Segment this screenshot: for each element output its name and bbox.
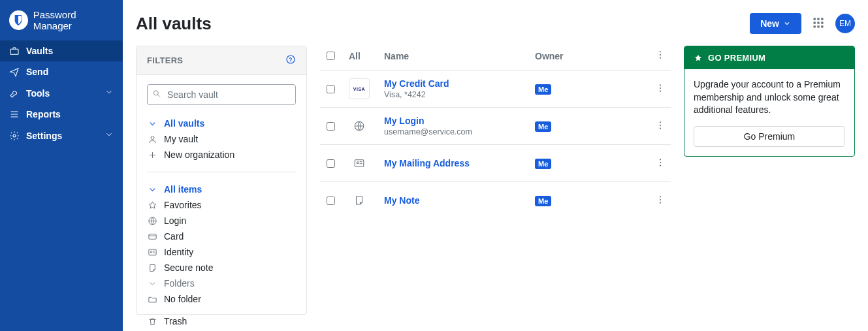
- filter-secure-note[interactable]: Secure note: [147, 260, 296, 276]
- filter-trash[interactable]: Trash: [147, 313, 296, 329]
- apps-grid-icon[interactable]: [812, 16, 825, 31]
- svg-point-12: [290, 61, 291, 62]
- filter-no-folder[interactable]: No folder: [147, 291, 296, 307]
- item-title[interactable]: My Login: [384, 116, 535, 126]
- chevron-down-icon: [147, 279, 157, 289]
- svg-rect-5: [814, 22, 816, 24]
- main-content: All vaults New EM FILTERS: [123, 0, 868, 331]
- sidebar-item-tools[interactable]: Tools: [0, 82, 123, 104]
- filter-divider: [147, 172, 296, 172]
- filter-all-vaults[interactable]: All vaults: [147, 116, 296, 131]
- select-all-checkbox[interactable]: [327, 52, 335, 60]
- svg-point-33: [660, 165, 661, 166]
- col-header-name[interactable]: Name: [384, 51, 535, 61]
- nav-label: Reports: [26, 109, 61, 119]
- wrench-icon: [9, 88, 20, 99]
- help-icon[interactable]: [285, 54, 296, 67]
- svg-rect-10: [821, 25, 823, 27]
- premium-card: GO PREMIUM Upgrade your account to a Pre…: [684, 46, 855, 157]
- avatar[interactable]: EM: [835, 14, 855, 33]
- row-checkbox[interactable]: [327, 122, 335, 131]
- row-checkbox[interactable]: [327, 159, 335, 168]
- svg-point-31: [660, 159, 661, 160]
- id-card-icon: [349, 153, 370, 174]
- col-header-all[interactable]: All: [349, 51, 384, 61]
- svg-point-11: [287, 55, 295, 63]
- reports-icon: [9, 109, 20, 119]
- svg-point-32: [660, 161, 661, 163]
- svg-rect-3: [817, 18, 819, 20]
- col-header-owner[interactable]: Owner: [535, 51, 652, 61]
- app-name: Password Manager: [33, 9, 114, 31]
- globe-icon: [349, 116, 370, 136]
- search-wrap: [147, 84, 296, 105]
- globe-icon: [147, 216, 157, 226]
- svg-point-20: [660, 54, 661, 55]
- more-icon[interactable]: [655, 83, 666, 95]
- svg-point-19: [660, 51, 661, 52]
- more-icon[interactable]: [655, 195, 666, 207]
- nav-label: Send: [26, 67, 48, 77]
- svg-point-21: [660, 57, 661, 59]
- sidebar-item-send[interactable]: Send: [0, 61, 123, 82]
- sidebar-item-settings[interactable]: Settings: [0, 125, 123, 146]
- item-title[interactable]: My Mailing Address: [384, 158, 535, 168]
- gear-icon: [9, 131, 20, 141]
- svg-rect-2: [814, 18, 816, 20]
- more-icon[interactable]: [655, 157, 666, 170]
- premium-body: Upgrade your account to a Premium member…: [684, 69, 854, 156]
- sidebar-item-vaults[interactable]: Vaults: [0, 40, 123, 61]
- svg-rect-9: [817, 25, 819, 27]
- svg-rect-4: [821, 18, 823, 20]
- svg-rect-29: [355, 160, 364, 167]
- filter-my-vault[interactable]: My vault: [147, 131, 296, 147]
- filter-identity[interactable]: Identity: [147, 244, 296, 260]
- topbar-actions: New EM: [750, 13, 855, 34]
- chevron-down-icon: [783, 20, 791, 27]
- sidebar: Password Manager Vaults Send Tools Repor…: [0, 0, 123, 331]
- brand[interactable]: Password Manager: [0, 0, 123, 40]
- filters-header: FILTERS: [137, 46, 306, 75]
- row-checkbox[interactable]: [327, 197, 335, 205]
- owner-badge: Me: [535, 121, 551, 132]
- svg-point-22: [660, 84, 661, 86]
- filter-favorites[interactable]: Favorites: [147, 197, 296, 213]
- filter-all-items[interactable]: All items: [147, 181, 296, 197]
- filter-card[interactable]: Card: [147, 229, 296, 244]
- new-button[interactable]: New: [750, 13, 801, 34]
- sidebar-item-reports[interactable]: Reports: [0, 104, 123, 125]
- svg-point-24: [660, 90, 661, 91]
- vault-row: My Mailing Address Me: [320, 144, 671, 181]
- filter-login[interactable]: Login: [147, 213, 296, 229]
- note-icon: [147, 263, 157, 273]
- avatar-initials: EM: [839, 19, 851, 28]
- item-title[interactable]: My Credit Card: [384, 78, 535, 89]
- send-icon: [9, 67, 20, 77]
- topbar: All vaults New EM: [136, 7, 855, 46]
- svg-rect-17: [148, 249, 155, 255]
- owner-badge: Me: [535, 159, 551, 169]
- filter-folders-header[interactable]: Folders: [147, 276, 296, 291]
- item-title[interactable]: My Note: [384, 195, 535, 206]
- row-checkbox[interactable]: [327, 85, 335, 93]
- star-icon: [147, 200, 157, 210]
- svg-point-14: [151, 136, 154, 139]
- svg-point-35: [660, 198, 661, 200]
- vault-list: All Name Owner VISA My Credit Card Visa,…: [320, 46, 671, 331]
- more-icon[interactable]: [655, 120, 666, 133]
- user-icon: [147, 134, 157, 144]
- premium-header: GO PREMIUM: [684, 46, 854, 69]
- filter-new-org[interactable]: New organization: [147, 147, 296, 163]
- search-input[interactable]: [147, 84, 296, 105]
- svg-rect-0: [10, 49, 18, 54]
- svg-rect-8: [814, 25, 816, 27]
- nav-label: Vaults: [26, 46, 53, 56]
- svg-point-34: [660, 196, 661, 197]
- more-icon[interactable]: [655, 50, 666, 62]
- svg-point-23: [660, 87, 661, 88]
- new-button-label: New: [760, 18, 779, 29]
- chevron-down-icon: [104, 87, 114, 99]
- premium-title: GO PREMIUM: [708, 53, 765, 63]
- go-premium-button[interactable]: Go Premium: [694, 126, 845, 147]
- item-subtitle: Visa, *4242: [384, 90, 535, 99]
